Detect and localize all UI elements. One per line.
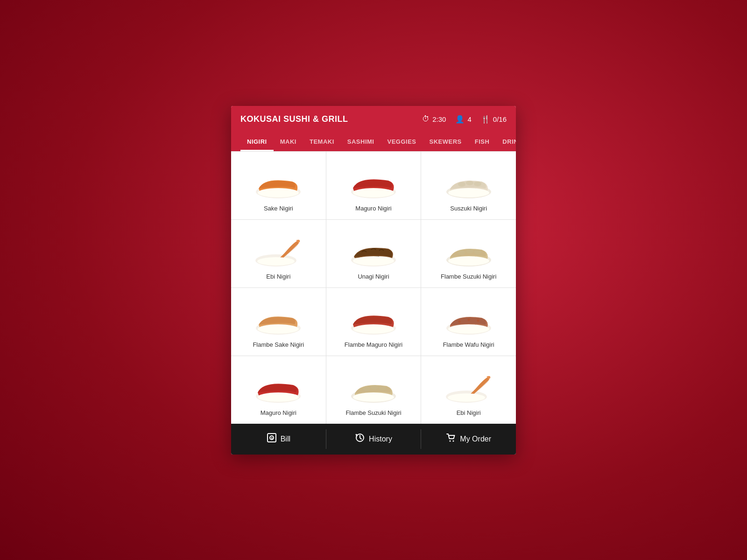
sushi-image xyxy=(250,168,306,200)
menu-item-name: Ebi Nigiri xyxy=(457,409,481,416)
svg-point-42 xyxy=(453,441,454,442)
menu-item[interactable]: Flambe Suzuki Nigiri xyxy=(326,356,421,424)
svg-point-22 xyxy=(353,324,394,334)
svg-point-8 xyxy=(448,188,489,197)
svg-point-36 xyxy=(448,393,485,402)
svg-point-20 xyxy=(258,324,299,334)
sushi-image xyxy=(441,236,497,268)
svg-point-25 xyxy=(467,318,470,321)
person-icon: 👤 xyxy=(455,115,465,124)
svg-text:$: $ xyxy=(271,436,273,441)
time-value: 2:30 xyxy=(432,115,446,123)
tab-sashimi[interactable]: SASHIMI xyxy=(341,133,381,151)
menu-item-name: Ebi Nigiri xyxy=(266,273,290,280)
menu-grid: Sake Nigiri Maguro Nigiri Suszuki Nigiri xyxy=(231,151,516,424)
app-container: KOKUSAI SUSHI & GRILL ⏱ 2:30 👤 4 🍴 0/16 … xyxy=(231,106,516,455)
svg-point-26 xyxy=(477,319,479,322)
menu-item-name: Maguro Nigiri xyxy=(261,409,296,416)
sushi-image xyxy=(250,372,306,405)
my-order-button[interactable]: My Order xyxy=(421,424,516,455)
menu-item-name: Maguro Nigiri xyxy=(355,205,391,212)
menu-item-name: Flambe Suzuki Nigiri xyxy=(441,273,496,280)
menu-item-name: Sake Nigiri xyxy=(264,205,293,212)
sushi-image xyxy=(250,304,306,336)
sushi-image xyxy=(345,372,402,405)
menu-item[interactable]: Flambe Maguro Nigiri xyxy=(326,288,421,356)
tab-drinks[interactable]: DRINKS xyxy=(496,133,516,151)
sushi-image xyxy=(441,304,497,336)
menu-item[interactable]: Unagi Nigiri xyxy=(326,220,421,287)
menu-item[interactable]: Flambe Wafu Nigiri xyxy=(421,288,516,356)
tab-skewers[interactable]: SKEWERS xyxy=(423,133,468,151)
menu-item-name: Flambe Wafu Nigiri xyxy=(443,341,494,348)
my-order-label: My Order xyxy=(460,435,491,443)
svg-point-13 xyxy=(353,256,394,266)
header: KOKUSAI SUSHI & GRILL ⏱ 2:30 👤 4 🍴 0/16 xyxy=(231,106,516,133)
tab-nigiri[interactable]: NIGIRI xyxy=(240,133,274,151)
svg-point-16 xyxy=(466,249,473,253)
menu-item[interactable]: Maguro Nigiri xyxy=(326,152,421,219)
history-button[interactable]: History xyxy=(326,424,421,455)
svg-point-5 xyxy=(458,182,465,187)
tab-temaki[interactable]: TEMAKI xyxy=(303,133,341,151)
menu-item-name: Suszuki Nigiri xyxy=(450,205,487,212)
bill-label: Bill xyxy=(281,435,290,443)
guests-display: 👤 4 xyxy=(455,115,471,124)
tab-veggies[interactable]: VEGGIES xyxy=(381,133,423,151)
time-display: ⏱ 2:30 xyxy=(422,115,446,123)
svg-point-33 xyxy=(379,386,386,391)
menu-item[interactable]: Ebi Nigiri xyxy=(421,356,516,424)
sushi-image xyxy=(345,236,402,268)
header-meta: ⏱ 2:30 👤 4 🍴 0/16 xyxy=(422,115,507,124)
svg-point-32 xyxy=(371,385,378,390)
svg-point-31 xyxy=(363,386,370,391)
sushi-image xyxy=(441,168,497,200)
menu-item[interactable]: Ebi Nigiri xyxy=(231,220,326,287)
cart-icon xyxy=(446,433,456,445)
svg-point-29 xyxy=(258,392,299,402)
svg-point-24 xyxy=(458,320,460,322)
svg-point-41 xyxy=(450,441,451,442)
svg-point-10 xyxy=(257,257,295,266)
bill-icon: $ xyxy=(267,433,277,445)
guests-value: 4 xyxy=(467,115,471,123)
menu-item[interactable]: Flambe Sake Nigiri xyxy=(231,288,326,356)
restaurant-title: KOKUSAI SUSHI & GRILL xyxy=(240,114,348,124)
clock-icon: ⏱ xyxy=(422,115,430,123)
svg-point-34 xyxy=(353,392,394,402)
sushi-image xyxy=(345,304,402,336)
tab-fish[interactable]: FISH xyxy=(468,133,496,151)
order-display: 🍴 0/16 xyxy=(481,115,507,124)
svg-point-18 xyxy=(448,256,489,266)
menu-item-name: Flambe Maguro Nigiri xyxy=(345,341,402,348)
sushi-image xyxy=(250,236,306,268)
menu-item-name: Unagi Nigiri xyxy=(358,273,389,280)
tab-maki[interactable]: MAKI xyxy=(274,133,303,151)
menu-item[interactable]: Suszuki Nigiri xyxy=(421,152,516,219)
utensils-icon: 🍴 xyxy=(481,115,490,124)
svg-point-7 xyxy=(474,182,481,186)
menu-item[interactable]: Maguro Nigiri xyxy=(231,356,326,424)
bill-button[interactable]: $ Bill xyxy=(231,424,326,455)
bottom-bar: $ Bill History xyxy=(231,424,516,455)
menu-item[interactable]: Sake Nigiri xyxy=(231,152,326,219)
menu-item-name: Flambe Sake Nigiri xyxy=(253,341,304,348)
svg-point-6 xyxy=(466,181,473,185)
menu-item[interactable]: Flambe Suzuki Nigiri xyxy=(421,220,516,287)
svg-point-27 xyxy=(448,324,489,334)
svg-point-1 xyxy=(258,188,299,197)
history-label: History xyxy=(369,435,392,443)
svg-point-3 xyxy=(353,188,394,197)
svg-point-15 xyxy=(458,250,465,255)
svg-point-17 xyxy=(474,250,481,254)
sushi-image xyxy=(441,372,497,405)
order-value: 0/16 xyxy=(493,115,507,123)
menu-item-name: Flambe Suzuki Nigiri xyxy=(345,409,401,416)
sushi-image xyxy=(345,168,402,200)
nav-tabs: NIGIRI MAKI TEMAKI SASHIMI VEGGIES SKEWE… xyxy=(231,133,516,151)
history-icon xyxy=(355,433,365,445)
